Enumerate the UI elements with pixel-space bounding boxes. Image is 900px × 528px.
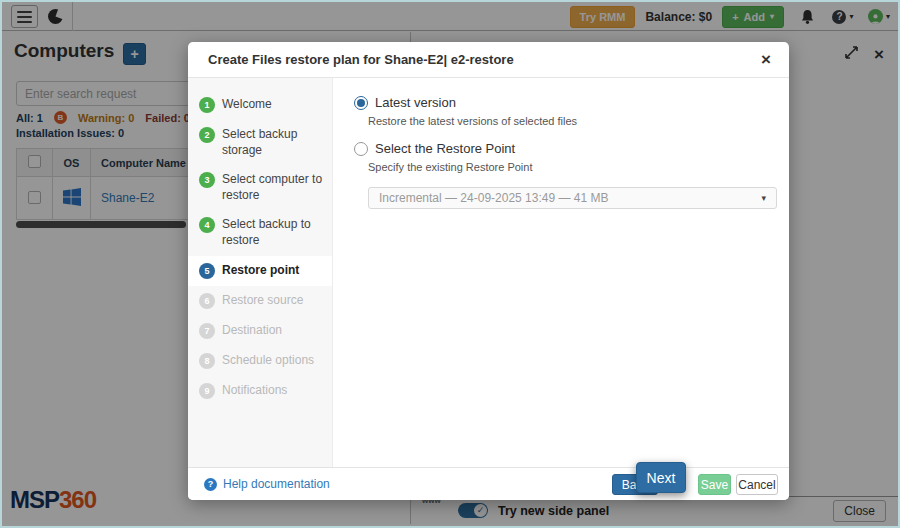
wizard-steps: 1 Welcome 2 Select backup storage 3 Sele…: [188, 78, 333, 467]
step-select-computer[interactable]: 3 Select computer to restore: [188, 165, 332, 210]
restore-point-value: Incremental — 24-09-2025 13:49 — 41 MB: [379, 191, 608, 205]
step-select-backup-storage[interactable]: 2 Select backup storage: [188, 120, 332, 165]
step-number-badge: 4: [199, 217, 215, 233]
radio-unselected-icon: [354, 142, 368, 156]
restore-point-dropdown[interactable]: Incremental — 24-09-2025 13:49 — 41 MB ▾: [368, 187, 777, 209]
modal-header: Create Files restore plan for Shane-E2| …: [188, 42, 789, 78]
chevron-down-icon: ▾: [761, 193, 766, 203]
step-number-badge: 7: [199, 323, 215, 339]
latest-version-description: Restore the latest versions of selected …: [368, 115, 777, 127]
step-number-badge: 1: [199, 97, 215, 113]
step-restore-source: 6 Restore source: [188, 286, 332, 316]
next-button[interactable]: Next: [636, 462, 686, 493]
latest-version-radio[interactable]: Latest version: [354, 95, 777, 110]
cancel-button[interactable]: Cancel: [736, 474, 778, 495]
step-select-backup[interactable]: 4 Select backup to restore: [188, 210, 332, 255]
step-restore-point[interactable]: 5 Restore point: [188, 256, 332, 286]
radio-selected-icon: [354, 96, 368, 110]
restore-point-panel: Latest version Restore the latest versio…: [333, 78, 791, 467]
step-number-badge: 2: [199, 127, 215, 143]
step-number-badge: 8: [199, 353, 215, 369]
restore-plan-wizard-modal: Create Files restore plan for Shane-E2| …: [188, 42, 789, 500]
save-button[interactable]: Save: [698, 474, 731, 495]
modal-footer: ? Help documentation Back Next Save Canc…: [188, 467, 789, 500]
step-number-badge: 6: [199, 293, 215, 309]
step-welcome[interactable]: 1 Welcome: [188, 90, 332, 120]
help-icon: ?: [204, 478, 217, 491]
step-schedule-options: 8 Schedule options: [188, 346, 332, 376]
step-destination: 7 Destination: [188, 316, 332, 346]
step-number-badge: 5: [199, 263, 215, 279]
step-number-badge: 9: [199, 383, 215, 399]
app-window: Try RMM Balance: $0 + Add ▾ ? ▾: [0, 0, 900, 528]
help-documentation-link[interactable]: ? Help documentation: [204, 477, 330, 491]
modal-title: Create Files restore plan for Shane-E2| …: [208, 52, 514, 67]
select-restore-point-radio[interactable]: Select the Restore Point: [354, 141, 777, 156]
step-notifications: 9 Notifications: [188, 376, 332, 406]
modal-body: 1 Welcome 2 Select backup storage 3 Sele…: [188, 78, 789, 467]
step-number-badge: 3: [199, 172, 215, 188]
modal-close-icon[interactable]: ×: [761, 51, 771, 68]
restore-point-description: Specify the existing Restore Point: [368, 161, 777, 173]
